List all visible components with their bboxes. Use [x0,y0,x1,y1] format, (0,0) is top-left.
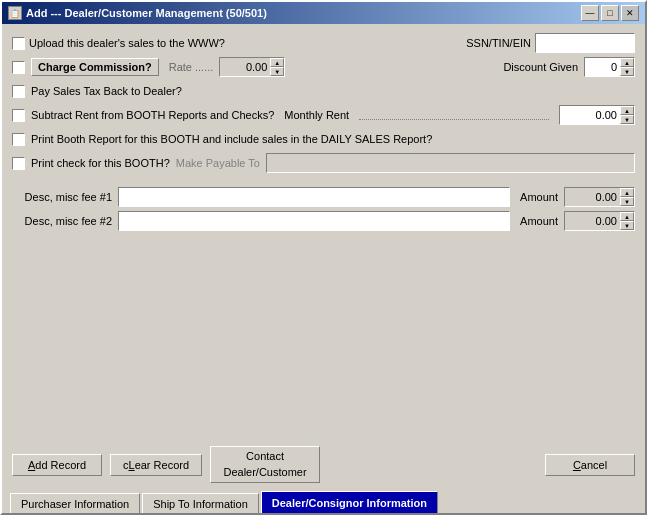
make-payable-input[interactable] [266,153,635,173]
amount-1-label: Amount [520,191,558,203]
button-row: Add Record cLear Record Contact Dealer/C… [2,440,645,489]
rate-spinner: ▲ ▼ [219,57,285,77]
contact-dealer-button[interactable]: Contact Dealer/Customer [210,446,320,483]
close-button[interactable]: ✕ [621,5,639,21]
rent-spinner: ▲ ▼ [559,105,635,125]
window-icon: 📋 [8,6,22,20]
amount-2-input[interactable] [565,212,620,230]
charge-commission-button[interactable]: Charge Commission? [31,58,159,76]
amount-2-spinner: ▲ ▼ [564,211,635,231]
amount-2-up-button[interactable]: ▲ [620,212,634,221]
print-booth-checkbox[interactable] [12,133,25,146]
amount-1-down-button[interactable]: ▼ [620,197,634,206]
contact-dealer-line2: Dealer/Customer [223,466,306,478]
spacer [12,234,635,436]
pay-sales-tax-checkbox[interactable] [12,85,25,98]
rate-up-button[interactable]: ▲ [270,58,284,67]
rent-input[interactable] [560,106,620,124]
misc-fee-1-label: Desc, misc fee #1 [12,191,112,203]
subtract-rent-row: Subtract Rent from BOOTH Reports and Che… [12,104,635,126]
pay-sales-tax-label: Pay Sales Tax Back to Dealer? [31,85,182,97]
misc-fee-1-input[interactable] [118,187,510,207]
upload-wwww-label: Upload this dealer's sales to the WWW? [29,37,225,49]
rent-up-button[interactable]: ▲ [620,106,634,115]
discount-given-label: Discount Given [503,61,578,73]
rent-down-button[interactable]: ▼ [620,115,634,124]
contact-dealer-line1: Contact [246,450,284,462]
amount-1-input[interactable] [565,188,620,206]
ssn-input[interactable] [535,33,635,53]
tab-dealer-consignor-information[interactable]: Dealer/Consignor Information [261,491,438,513]
tab-dealer-label: Dealer/Consignor Information [272,497,427,509]
misc-fee-2-input[interactable] [118,211,510,231]
dotted-separator [359,110,549,120]
make-payable-label: Make Payable To [176,157,260,169]
content-area: Upload this dealer's sales to the WWW? S… [2,24,645,440]
cancel-label: Cancel [573,459,607,471]
print-check-row: Print check for this BOOTH? Make Payable… [12,152,635,174]
print-booth-label: Print Booth Report for this BOOTH and in… [31,133,432,145]
discount-input[interactable] [585,58,620,76]
minimize-button[interactable]: — [581,5,599,21]
amount-1-up-button[interactable]: ▲ [620,188,634,197]
print-check-checkbox[interactable] [12,157,25,170]
tab-ship-to-information[interactable]: Ship To Information [142,493,259,513]
pay-sales-tax-row: Pay Sales Tax Back to Dealer? [12,80,635,102]
amount-2-label: Amount [520,215,558,227]
rate-input[interactable] [220,58,270,76]
window-title: Add --- Dealer/Customer Management (50/5… [26,7,267,19]
amount-2-down-button[interactable]: ▼ [620,221,634,230]
upload-wwww-checkbox[interactable] [12,37,25,50]
misc-fee-1-row: Desc, misc fee #1 Amount ▲ ▼ [12,186,635,208]
maximize-button[interactable]: □ [601,5,619,21]
subtract-rent-checkbox[interactable] [12,109,25,122]
tab-bar: Purchaser Information Ship To Informatio… [2,489,645,513]
main-window: 📋 Add --- Dealer/Customer Management (50… [0,0,647,515]
divider-1 [12,176,635,184]
clear-record-button[interactable]: cLear Record [110,454,202,476]
misc-fee-2-row: Desc, misc fee #2 Amount ▲ ▼ [12,210,635,232]
add-record-button[interactable]: Add Record [12,454,102,476]
upload-row: Upload this dealer's sales to the WWW? S… [12,32,635,54]
amount-1-spinner: ▲ ▼ [564,187,635,207]
clear-record-label: cLear Record [123,459,189,471]
commission-row: Charge Commission? Rate ...... ▲ ▼ Disco… [12,56,635,78]
rate-label: Rate ...... [169,61,214,73]
ssn-label: SSN/TIN/EIN [466,37,531,49]
add-record-label: Add Record [28,459,86,471]
cancel-button[interactable]: Cancel [545,454,635,476]
discount-down-button[interactable]: ▼ [620,67,634,76]
discount-spinner: ▲ ▼ [584,57,635,77]
subtract-rent-label: Subtract Rent from BOOTH Reports and Che… [31,109,274,121]
misc-fee-2-label: Desc, misc fee #2 [12,215,112,227]
title-bar: 📋 Add --- Dealer/Customer Management (50… [2,2,645,24]
print-check-label: Print check for this BOOTH? [31,157,170,169]
print-booth-row: Print Booth Report for this BOOTH and in… [12,128,635,150]
discount-up-button[interactable]: ▲ [620,58,634,67]
tab-ship-to-label: Ship To Information [153,498,248,510]
rate-down-button[interactable]: ▼ [270,67,284,76]
charge-commission-checkbox[interactable] [12,61,25,74]
tab-purchaser-information[interactable]: Purchaser Information [10,493,140,513]
monthly-rent-label: Monthly Rent [284,109,349,121]
tab-purchaser-label: Purchaser Information [21,498,129,510]
